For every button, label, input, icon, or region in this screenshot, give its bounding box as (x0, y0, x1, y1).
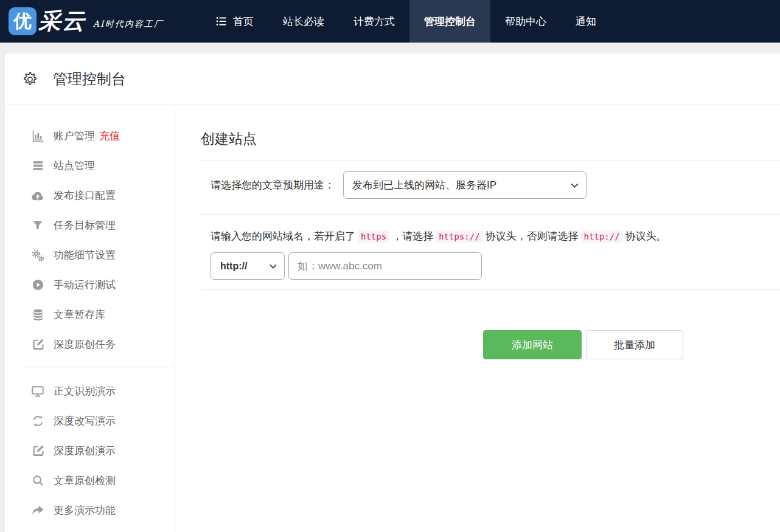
code-chip: https (358, 230, 389, 243)
nav-item-label: 通知 (576, 15, 596, 29)
sidebar-item[interactable]: 文章暂存库 (5, 307, 175, 322)
cloud-upload-icon (30, 189, 45, 202)
divider (201, 214, 780, 215)
sidebar-item-label: 功能细节设置 (54, 248, 116, 262)
purpose-select[interactable]: 发布到已上线的网站、服务器IP (343, 171, 587, 199)
button-row: 添加网站 批量添加 (201, 330, 780, 359)
section-title: 创建站点 (201, 130, 780, 148)
code-chip: https:// (436, 230, 482, 243)
sidebar-item-label: 更多演示功能 (54, 503, 116, 517)
gears-icon (30, 249, 45, 262)
purpose-label: 请选择您的文章预期用途： (211, 178, 335, 192)
top-navbar: 优 采云 AI时代内容工厂 首页站长必读计费方式管理控制台帮助中心通知 (0, 0, 780, 43)
bar-chart-icon (30, 130, 45, 142)
main-panel: 创建站点 请选择您的文章预期用途： 发布到已上线的网站、服务器IP 请输入您的网… (175, 105, 780, 532)
protocol-select[interactable]: http:// (211, 252, 285, 280)
sidebar-item[interactable]: 正文识别演示 (5, 384, 175, 399)
search-icon (30, 474, 45, 487)
sidebar-item[interactable]: 文章原创检测 (5, 473, 175, 488)
sidebar-item-label: 发布接口配置 (54, 188, 116, 202)
nav-item[interactable]: 计费方式 (339, 0, 409, 43)
purpose-row: 请选择您的文章预期用途： 发布到已上线的网站、服务器IP (201, 161, 780, 214)
batch-add-button[interactable]: 批量添加 (586, 330, 683, 359)
divider (201, 289, 780, 290)
page-header: 管理控制台 (5, 54, 780, 105)
sidebar-item[interactable]: 任务目标管理 (5, 218, 175, 233)
monitor-icon (30, 385, 45, 398)
recharge-link[interactable]: 充值 (99, 129, 120, 143)
sidebar-item-label: 任务目标管理 (54, 218, 116, 232)
sidebar-item[interactable]: 深度改写演示 (5, 413, 175, 429)
play-circle-icon (30, 278, 45, 291)
sidebar-item[interactable]: 更多演示功能 (5, 503, 175, 518)
nav-item[interactable]: 站长必读 (268, 0, 339, 43)
content-card: 管理控制台 账户管理充值站点管理发布接口配置任务目标管理功能细节设置手动运行测试… (5, 54, 780, 532)
sidebar-item-label: 深度原创演示 (54, 444, 116, 458)
nav-item-label: 首页 (233, 15, 254, 29)
sidebar-divider (22, 367, 175, 367)
nav: 首页站长必读计费方式管理控制台帮助中心通知 (201, 0, 611, 43)
sidebar-item-label: 深度原创任务 (54, 337, 116, 351)
logo[interactable]: 优 采云 AI时代内容工厂 (0, 6, 201, 36)
funnel-icon (30, 219, 45, 232)
list-icon (215, 15, 228, 27)
server-icon (30, 159, 45, 172)
nav-item[interactable]: 帮助中心 (490, 0, 561, 43)
sidebar-item-label: 文章原创检测 (54, 474, 116, 488)
domain-input[interactable] (288, 252, 482, 280)
nav-item-label: 管理控制台 (424, 15, 476, 29)
domain-row: http:// (211, 252, 780, 280)
sidebar-item[interactable]: 手动运行测试 (5, 277, 175, 292)
page-title: 管理控制台 (53, 69, 126, 89)
gear-icon (22, 71, 38, 88)
add-site-button[interactable]: 添加网站 (483, 330, 582, 359)
nav-item[interactable]: 管理控制台 (409, 0, 490, 43)
nav-item-label: 帮助中心 (505, 15, 546, 29)
sidebar-item-label: 站点管理 (54, 159, 95, 173)
sidebar-item[interactable]: 站点管理 (5, 158, 175, 173)
domain-hint: 请输入您的网站域名，若开启了https，请选择https://协议头，否则请选择… (211, 229, 780, 244)
nav-item[interactable]: 首页 (201, 0, 268, 43)
sidebar-item[interactable]: 发布接口配置 (5, 188, 175, 203)
nav-item[interactable]: 通知 (561, 0, 611, 43)
sidebar-item[interactable]: 深度原创演示 (5, 443, 175, 458)
sidebar-item-label: 文章暂存库 (54, 308, 105, 322)
logo-name: 采云 (38, 6, 86, 36)
sidebar-item[interactable]: 账户管理充值 (5, 128, 175, 143)
forward-arrow-icon (30, 504, 45, 517)
brand-tagline: AI时代内容工厂 (93, 19, 164, 30)
code-chip: http:// (581, 230, 623, 243)
nav-item-label: 站长必读 (283, 15, 324, 29)
database-icon (30, 308, 45, 321)
edit-icon (30, 338, 45, 351)
sidebar-item-label: 正文识别演示 (54, 384, 116, 398)
edit-icon (30, 444, 45, 457)
refresh-icon (30, 415, 45, 427)
sidebar-item-label: 深度改写演示 (54, 414, 116, 428)
sidebar-item-label: 账户管理 (54, 129, 95, 143)
sidebar: 账户管理充值站点管理发布接口配置任务目标管理功能细节设置手动运行测试文章暂存库深… (5, 105, 175, 532)
sidebar-item[interactable]: 深度原创任务 (5, 337, 175, 352)
sidebar-item-label: 手动运行测试 (54, 278, 116, 292)
sidebar-item[interactable]: 功能细节设置 (5, 247, 175, 263)
logo-badge: 优 (9, 7, 37, 35)
nav-item-label: 计费方式 (353, 15, 395, 29)
